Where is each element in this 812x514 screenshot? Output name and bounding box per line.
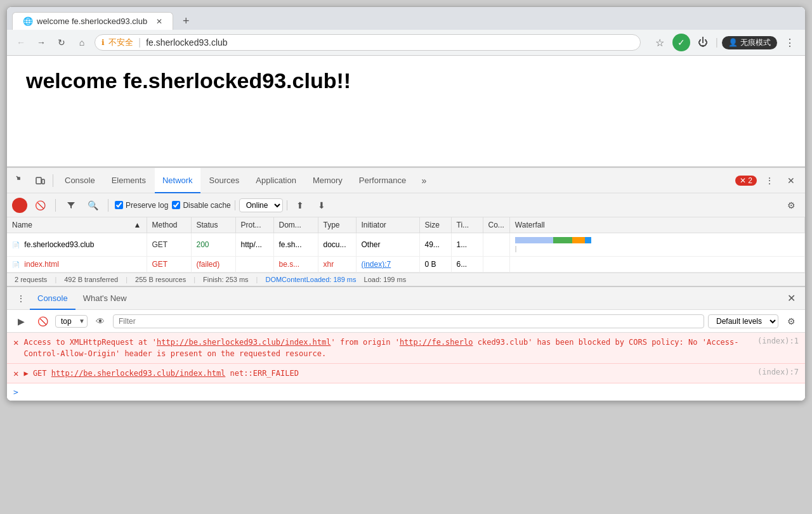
row-dom: fe.sh... <box>273 233 318 257</box>
error-lineref-1[interactable]: (index):1 <box>757 337 799 345</box>
incognito-label: 无痕模式 <box>740 37 771 48</box>
th-type[interactable]: Type <box>318 217 356 233</box>
bookmark-button[interactable]: ☆ <box>651 34 669 51</box>
incognito-icon: 👤 <box>728 38 738 47</box>
preserve-log-label[interactable]: Preserve log <box>115 201 168 210</box>
tab-performance[interactable]: Performance <box>351 168 414 193</box>
disable-cache-checkbox[interactable] <box>172 201 180 209</box>
tab-sources[interactable]: Sources <box>202 168 247 193</box>
forward-button[interactable]: → <box>34 35 49 50</box>
record-button[interactable] <box>12 198 27 213</box>
home-button[interactable]: ⌂ <box>74 35 89 50</box>
network-settings[interactable]: ⚙ <box>782 196 800 214</box>
error-link-3[interactable]: http://be.sherlocked93.club/index.html <box>51 369 226 378</box>
menu-button[interactable]: ⋮ <box>781 34 799 51</box>
console-messages: ✕ Access to XMLHttpRequest at 'http://be… <box>7 333 805 401</box>
tab-bar: 🌐 welcome fe.sherlocked93.club ✕ + <box>7 7 805 30</box>
row-status: 200 <box>191 233 235 257</box>
browser-window: 🌐 welcome fe.sherlocked93.club ✕ + ← → ↻… <box>6 6 806 401</box>
console-tab-whatsnew[interactable]: What's New <box>75 287 134 310</box>
reload-button[interactable]: ↻ <box>54 35 69 50</box>
console-input[interactable] <box>22 387 799 397</box>
console-stop-button[interactable]: 🚫 <box>34 312 51 330</box>
row-waterfall: | <box>509 233 804 257</box>
power-button[interactable]: ⏻ <box>694 34 712 51</box>
devtools-select-tool[interactable] <box>12 172 30 190</box>
more-tabs-button[interactable]: » <box>415 172 433 190</box>
eye-icon[interactable]: 👁 <box>91 312 109 330</box>
th-domain[interactable]: Dom... <box>273 217 318 233</box>
toolbar-divider3 <box>235 200 235 210</box>
devtools-close[interactable]: ✕ <box>782 172 800 190</box>
table-row[interactable]: 📄 index.html GET (failed) be.s... xhr <box>7 257 805 273</box>
filter-input[interactable] <box>113 314 704 328</box>
network-toolbar: 🚫 🔍 Preserve log Disable cache Online ⬆ … <box>7 193 805 217</box>
error-link-2[interactable]: http://fe.sherlo <box>400 338 473 347</box>
toolbar-divider <box>55 199 56 212</box>
row-size-fail: 0 B <box>419 257 451 273</box>
console-error-2: ✕ ▶ GET http://be.sherlocked93.club/inde… <box>7 364 805 383</box>
th-name[interactable]: Name ▲ <box>7 217 147 233</box>
clear-button[interactable]: 🚫 <box>31 196 49 214</box>
console-options-button[interactable]: ⋮ <box>12 290 30 307</box>
table-header-row: Name ▲ Method Status Prot... Dom... Type… <box>7 217 805 233</box>
import-button[interactable]: ⬆ <box>291 196 309 214</box>
th-method[interactable]: Method <box>147 217 191 233</box>
th-initiator[interactable]: Initiator <box>356 217 419 233</box>
error-link-1[interactable]: http://be.sherlocked93.club/index.html <box>157 338 331 347</box>
th-status[interactable]: Status <box>191 217 235 233</box>
back-button[interactable]: ← <box>13 35 29 50</box>
error-close-icon: ✕ <box>740 176 746 185</box>
tab-console[interactable]: Console <box>57 168 103 193</box>
tab-elements[interactable]: Elements <box>104 168 154 193</box>
th-co[interactable]: Co... <box>483 217 509 233</box>
disable-cache-label[interactable]: Disable cache <box>172 201 230 210</box>
devtools-settings[interactable]: ⋮ <box>761 172 778 190</box>
th-size[interactable]: Size <box>419 217 451 233</box>
throttle-select[interactable]: Online <box>239 198 283 212</box>
context-select[interactable]: top <box>55 315 88 328</box>
console-tab-console[interactable]: Console <box>30 287 75 310</box>
toolbar-divider4 <box>287 200 287 210</box>
console-run-button[interactable]: ▶ <box>12 312 30 330</box>
error-lineref-2[interactable]: (index):7 <box>757 368 799 376</box>
security-icon: ℹ <box>102 38 105 47</box>
preserve-log-text: Preserve log <box>126 201 168 210</box>
row-method-fail: GET <box>147 257 191 273</box>
th-time[interactable]: Ti... <box>451 217 483 233</box>
row-size: 49... <box>419 233 451 257</box>
resources: 255 B resources <box>135 276 186 283</box>
transferred: 492 B transferred <box>64 276 118 283</box>
devtools-panel: Console Elements Network Sources Applica… <box>7 167 805 401</box>
filter-icon[interactable] <box>62 196 80 214</box>
devtools-device-toggle[interactable] <box>31 172 49 190</box>
tab-memory[interactable]: Memory <box>305 168 350 193</box>
console-error-text-1: Access to XMLHttpRequest at 'http://be.s… <box>23 337 752 359</box>
th-protocol[interactable]: Prot... <box>235 217 273 233</box>
address-bar[interactable]: ℹ 不安全 | fe.sherlocked93.club <box>95 34 641 51</box>
tab-network[interactable]: Network <box>155 168 200 193</box>
console-settings[interactable]: ⚙ <box>782 312 800 330</box>
table-row[interactable]: 📄 fe.sherlocked93.club GET 200 http/... … <box>7 233 805 257</box>
toolbar-divider2 <box>108 199 108 212</box>
th-waterfall[interactable]: Waterfall <box>509 217 804 233</box>
search-icon[interactable]: 🔍 <box>84 196 102 214</box>
levels-select[interactable]: Default levels <box>708 314 778 328</box>
row-time-fail: 6... <box>451 257 483 273</box>
console-close-button[interactable]: ✕ <box>782 290 800 307</box>
tab-divider <box>53 174 53 187</box>
extension-button[interactable]: ✓ <box>672 34 690 51</box>
new-tab-button[interactable]: + <box>177 12 195 30</box>
preserve-log-checkbox[interactable] <box>115 201 123 209</box>
export-button[interactable]: ⬇ <box>313 196 331 214</box>
active-tab[interactable]: 🌐 welcome fe.sherlocked93.club ✕ <box>12 12 173 30</box>
row-prot: http/... <box>235 233 273 257</box>
error-badge[interactable]: ✕ 2 <box>735 176 757 186</box>
incognito-button[interactable]: 👤 无痕模式 <box>722 36 777 49</box>
console-error-1: ✕ Access to XMLHttpRequest at 'http://be… <box>7 333 805 364</box>
row-name-fail: 📄 index.html <box>7 257 147 273</box>
tab-application[interactable]: Application <box>248 168 304 193</box>
tab-close-icon[interactable]: ✕ <box>156 17 162 26</box>
network-table: Name ▲ Method Status Prot... Dom... Type… <box>7 217 805 273</box>
finish-time: Finish: 253 ms <box>203 276 249 283</box>
